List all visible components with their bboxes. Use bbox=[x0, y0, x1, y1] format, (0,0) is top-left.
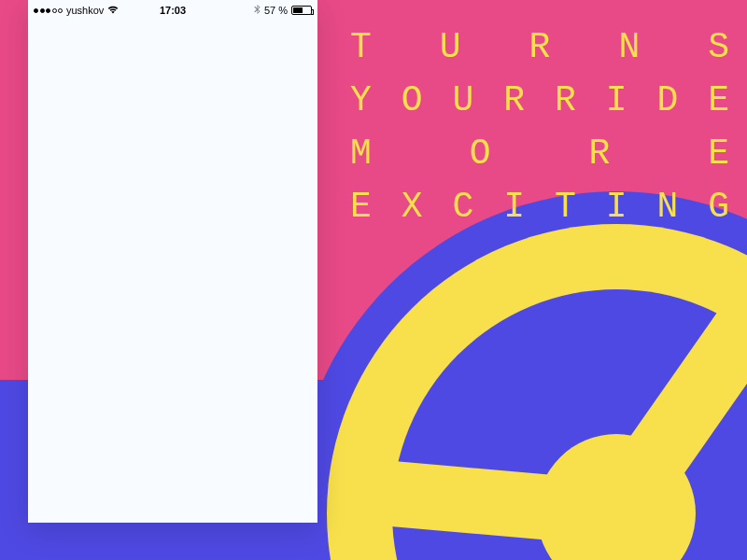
steering-wheel-graphic bbox=[327, 224, 747, 560]
carrier-label: yushkov bbox=[66, 5, 104, 16]
tagline-line-3: MORE bbox=[350, 127, 730, 180]
status-bar-left: yushkov bbox=[34, 5, 119, 16]
tagline-line-1: TURNS bbox=[350, 21, 730, 74]
signal-strength-icon bbox=[34, 8, 63, 13]
tagline-line-4: EXCITING bbox=[350, 180, 730, 233]
battery-percent-label: 57 % bbox=[264, 5, 288, 16]
status-bar: yushkov 17:03 57 % bbox=[28, 0, 317, 21]
status-bar-right: 57 % bbox=[254, 5, 312, 17]
phone-mockup: yushkov 17:03 57 % bbox=[28, 0, 317, 523]
tagline-text: TURNS YOURRIDE MORE EXCITING bbox=[350, 21, 730, 233]
bluetooth-icon bbox=[254, 5, 261, 17]
status-bar-time: 17:03 bbox=[160, 5, 186, 16]
wifi-icon bbox=[107, 5, 119, 16]
tagline-line-2: YOURRIDE bbox=[350, 74, 730, 127]
battery-icon bbox=[291, 6, 312, 15]
